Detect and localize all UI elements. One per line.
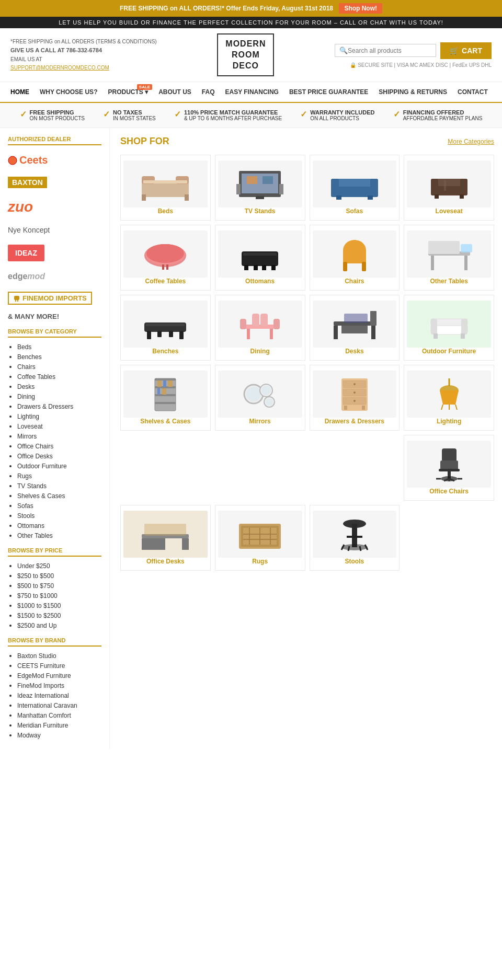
cat-benches[interactable]: Benches	[120, 295, 211, 361]
cat-dining-label: Dining	[218, 348, 302, 355]
brand-edgemod[interactable]: edgemod	[8, 269, 101, 284]
cat-link-mirrors[interactable]: Mirrors	[17, 433, 37, 440]
brand-baxton[interactable]: BAXTON	[8, 174, 101, 191]
category-list: Beds Benches Chairs Coffee Tables Desks …	[8, 343, 101, 539]
brand-link-manhattan[interactable]: Manhattan Comfort	[17, 712, 71, 719]
nav-faq[interactable]: FAQ	[197, 82, 220, 102]
shop-section: SHOP FOR More Categories Beds	[110, 128, 502, 749]
brand-link-intl-caravan[interactable]: International Caravan	[17, 702, 77, 709]
svg-rect-61	[240, 319, 246, 329]
shop-now-button[interactable]: Shop Now!	[339, 3, 382, 14]
more-categories-link[interactable]: More Categories	[448, 138, 494, 145]
cat-ottomans-label: Ottomans	[218, 278, 302, 285]
cat-link-rugs[interactable]: Rugs	[17, 472, 32, 480]
logo[interactable]: MODERN ROOM DECO	[217, 33, 274, 76]
cart-button[interactable]: 🛒 CART	[440, 42, 492, 59]
brand-nye[interactable]: Nye Koncept	[8, 223, 101, 237]
email-link[interactable]: SUPPORT@MODERNROOMDECO.COM	[10, 64, 157, 72]
cat-link-dining[interactable]: Dining	[17, 393, 35, 400]
nav-contact[interactable]: CONTACT	[452, 82, 493, 102]
cat-link-drawers[interactable]: Drawers & Dressers	[17, 403, 73, 410]
cat-stools[interactable]: Stools	[310, 505, 400, 571]
cat-lighting[interactable]: Lighting	[404, 365, 494, 431]
cat-office-desks[interactable]: Office Desks	[120, 505, 211, 571]
svg-line-134	[348, 546, 349, 551]
cat-link-sofas[interactable]: Sofas	[17, 502, 33, 510]
cat-other-tables[interactable]: Other Tables	[404, 225, 494, 291]
cat-link-office-desks[interactable]: Office Desks	[17, 453, 53, 460]
svg-rect-74	[461, 333, 465, 339]
cat-link-shelves[interactable]: Shelves & Cases	[17, 492, 65, 500]
svg-rect-2	[15, 300, 16, 302]
top-banner: FREE SHIPPING on ALL ORDERS!* Offer Ends…	[0, 0, 502, 17]
price-link-750-1000[interactable]: $750 to $1000	[17, 592, 58, 599]
cat-link-other-tables[interactable]: Other Tables	[17, 532, 53, 539]
svg-rect-119	[144, 524, 186, 536]
svg-rect-46	[431, 256, 434, 270]
brand-zuo[interactable]: zuo	[8, 196, 101, 218]
cat-shelves[interactable]: Shelves & Cases	[120, 365, 211, 431]
cat-outdoor[interactable]: Outdoor Furniture	[404, 295, 494, 361]
cat-link-outdoor[interactable]: Outdoor Furniture	[17, 463, 67, 470]
svg-rect-40	[262, 265, 266, 270]
cat-link-coffee[interactable]: Coffee Tables	[17, 373, 55, 381]
brand-link-ideaz[interactable]: Ideaz International	[17, 692, 69, 699]
cat-link-stools[interactable]: Stools	[17, 512, 35, 520]
cat-link-chairs[interactable]: Chairs	[17, 363, 36, 371]
svg-rect-43	[343, 262, 347, 271]
price-link-500-750[interactable]: $500 to $750	[17, 582, 54, 590]
cat-beds[interactable]: Beds	[120, 155, 211, 221]
cat-loveseat[interactable]: Loveseat	[404, 155, 494, 221]
brand-ceets[interactable]: Ceets	[8, 152, 101, 169]
lighting-svg	[423, 376, 475, 412]
cat-tv[interactable]: TV Stands	[215, 155, 305, 221]
cat-office-chairs[interactable]: Office Chairs	[404, 435, 494, 501]
brand-link-ceets[interactable]: CEETS Furniture	[17, 662, 65, 670]
brand-link-edgemod[interactable]: EdgeMod Furniture	[17, 672, 71, 679]
cat-lighting-label: Lighting	[407, 418, 491, 425]
brand-finemod[interactable]: FINEMOD IMPORTS	[8, 289, 101, 307]
cat-link-lighting[interactable]: Lighting	[17, 413, 39, 420]
nav-shipping[interactable]: SHIPPING & RETURNS	[373, 82, 452, 102]
cat-rugs[interactable]: Rugs	[215, 505, 305, 571]
price-link-under250[interactable]: Under $250	[17, 562, 50, 570]
cat-link-desks[interactable]: Desks	[17, 383, 35, 390]
cat-office-chairs-label: Office Chairs	[407, 488, 491, 495]
cat-sofas[interactable]: Sofas	[310, 155, 400, 221]
cat-link-office-chairs[interactable]: Office Chairs	[17, 443, 53, 450]
brand-link-baxton[interactable]: Baxton Studio	[17, 652, 56, 660]
cat-chairs[interactable]: Chairs	[310, 225, 400, 291]
cat-dining[interactable]: Dining	[215, 295, 305, 361]
cat-sofas-label: Sofas	[313, 207, 397, 215]
nav-home[interactable]: HOME	[5, 82, 35, 102]
cat-drawers[interactable]: Drawers & Dressers	[310, 365, 400, 431]
cat-link-tv[interactable]: TV Stands	[17, 482, 47, 490]
cat-ottomans-img	[218, 230, 302, 278]
nav-price[interactable]: BEST PRICE GUARANTEE	[284, 82, 373, 102]
cat-coffee[interactable]: Coffee Tables	[120, 225, 211, 291]
brand-ideaz[interactable]: IDEAZ	[8, 242, 101, 264]
svg-point-90	[266, 398, 273, 406]
cat-ottomans[interactable]: Ottomans	[215, 225, 305, 291]
cat-link-ottomans[interactable]: Ottomans	[17, 522, 44, 529]
brand-link-finemod[interactable]: FineMod Imports	[17, 682, 64, 689]
brand-link-meridian[interactable]: Meridian Furniture	[17, 722, 68, 729]
nav-about[interactable]: ABOUT US	[153, 82, 197, 102]
price-link-1000-1500[interactable]: $1000 to $1500	[17, 602, 61, 609]
cat-desks[interactable]: Desks	[310, 295, 400, 361]
cat-link-benches[interactable]: Benches	[17, 353, 42, 361]
cat-office-chairs-img	[407, 441, 491, 488]
brand-link-modway[interactable]: Modway	[17, 732, 41, 739]
nav-financing[interactable]: EASY FINANCING	[220, 82, 283, 102]
nav-products[interactable]: PRODUCTS ▾ SALE	[102, 82, 153, 102]
cat-mirrors[interactable]: Mirrors	[215, 365, 305, 431]
cat-link-beds[interactable]: Beds	[17, 343, 31, 351]
nav-why[interactable]: WHY CHOOSE US?	[35, 82, 102, 102]
benefit-sub: AFFORDABLE PAYMENT PLANS	[403, 116, 483, 121]
price-link-250-500[interactable]: $250 to $500	[17, 572, 54, 580]
authorized-label: AUTHORIZED DEALER	[8, 136, 101, 145]
price-link-1500-2500[interactable]: $1500 to $2500	[17, 612, 61, 619]
price-link-2500up[interactable]: $2500 and Up	[17, 622, 56, 629]
search-input[interactable]	[348, 47, 431, 54]
cat-link-loveseat[interactable]: Loveseat	[17, 423, 43, 430]
